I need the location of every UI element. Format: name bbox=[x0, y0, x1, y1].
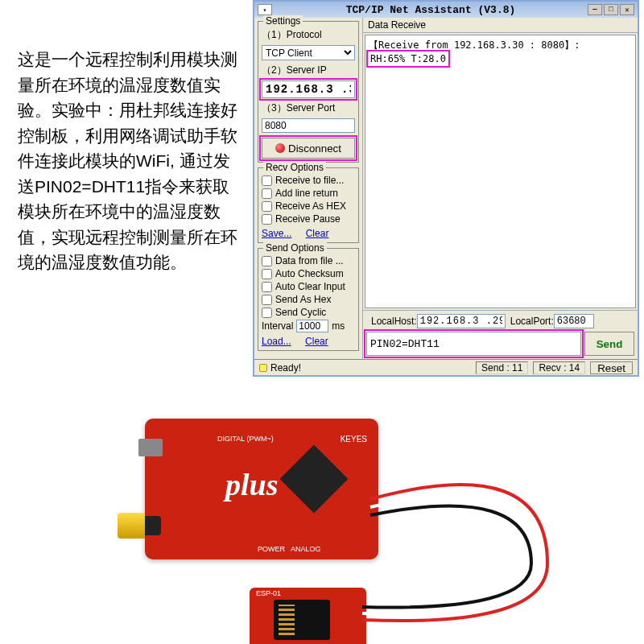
esp01-module: ESP-01 bbox=[250, 588, 366, 644]
description-text: 这是一个远程控制利用模块测量所在环境的温湿度数值实验。实验中：用杜邦线连接好控制… bbox=[18, 47, 243, 275]
server-port-label: （3）Server Port bbox=[262, 101, 355, 115]
server-ip-label: （2）Server IP bbox=[262, 64, 355, 77]
mcu-chip bbox=[280, 445, 349, 514]
ready-label: Ready! bbox=[270, 362, 301, 374]
status-dot-icon bbox=[275, 143, 285, 153]
right-panel: Data Receive 【Receive from 192.168.3.30 … bbox=[363, 18, 638, 359]
hardware-photo: KEYES DIGITAL (PWM~) POWER ANALOG ESP-01 bbox=[0, 402, 644, 644]
server-ip-input[interactable] bbox=[262, 80, 355, 98]
settings-title: Settings bbox=[263, 15, 303, 27]
send-cyclic-checkbox[interactable]: Send Cyclic bbox=[262, 307, 355, 318]
auto-checksum-checkbox[interactable]: Auto Checksum bbox=[262, 268, 355, 279]
minimize-button[interactable]: — bbox=[588, 4, 602, 15]
disconnect-label: Disconnect bbox=[288, 142, 341, 155]
server-port-input[interactable] bbox=[262, 118, 355, 133]
interval-label: Interval bbox=[262, 320, 293, 332]
settings-group: Settings （1）Protocol TCP Client （2）Serve… bbox=[258, 21, 359, 163]
receive-as-hex-checkbox[interactable]: Receive As HEX bbox=[262, 200, 355, 212]
close-button[interactable]: ✕ bbox=[620, 4, 634, 15]
localport-input[interactable] bbox=[554, 314, 594, 328]
interval-unit: ms bbox=[332, 320, 345, 332]
recv-options-title: Recv Options bbox=[263, 162, 326, 173]
status-bar: Ready! Send : 11 Recv : 14 Reset bbox=[254, 359, 638, 375]
send-count: Send : 11 bbox=[476, 361, 528, 374]
send-clear-link[interactable]: Clear bbox=[305, 336, 328, 347]
send-button[interactable]: Send bbox=[584, 332, 634, 356]
protocol-label: （1）Protocol bbox=[262, 28, 355, 42]
titlebar[interactable]: ▾ TCP/IP Net Assistant (V3.8) — □ ✕ bbox=[254, 2, 638, 18]
ready-icon bbox=[259, 364, 267, 372]
recv-data-line: RH:65% T:28.0 bbox=[369, 52, 448, 65]
data-receive-textarea[interactable]: 【Receive from 192.168.3.30 : 8080】: RH:6… bbox=[365, 35, 636, 308]
esp-chip bbox=[274, 600, 330, 640]
recv-clear-link[interactable]: Clear bbox=[306, 228, 329, 239]
recv-count: Recv : 14 bbox=[533, 361, 585, 374]
arduino-board: KEYES DIGITAL (PWM~) POWER ANALOG bbox=[145, 419, 378, 559]
receive-pause-checkbox[interactable]: Receive Pause bbox=[262, 213, 355, 225]
reset-button[interactable]: Reset bbox=[590, 361, 633, 374]
esp-label: ESP-01 bbox=[256, 589, 281, 597]
interval-input[interactable] bbox=[296, 320, 328, 332]
app-icon[interactable]: ▾ bbox=[258, 4, 272, 15]
localhost-input[interactable] bbox=[417, 314, 506, 328]
send-load-link[interactable]: Load... bbox=[262, 336, 291, 347]
recv-options-group: Recv Options Receive to file... Add line… bbox=[258, 167, 359, 243]
window-title: TCP/IP Net Assistant (V3.8) bbox=[275, 4, 586, 16]
esp-antenna bbox=[279, 605, 295, 635]
power-label: POWER ANALOG bbox=[258, 545, 321, 553]
send-options-group: Send Options Data from file ... Auto Che… bbox=[258, 248, 359, 351]
maximize-button[interactable]: □ bbox=[604, 4, 618, 15]
protocol-select[interactable]: TCP Client bbox=[262, 45, 355, 60]
recv-to-file-checkbox[interactable]: Receive to file... bbox=[262, 175, 355, 186]
usb-jack bbox=[138, 439, 163, 456]
digital-label: DIGITAL (PWM~) bbox=[217, 435, 274, 443]
left-panel: Settings （1）Protocol TCP Client （2）Serve… bbox=[254, 18, 363, 359]
keyes-logo: KEYES bbox=[341, 435, 367, 444]
data-receive-header: Data Receive bbox=[363, 18, 638, 33]
recv-save-link[interactable]: Save... bbox=[262, 228, 291, 239]
data-from-file-checkbox[interactable]: Data from file ... bbox=[262, 255, 355, 266]
disconnect-button[interactable]: Disconnect bbox=[262, 138, 355, 159]
auto-clear-input-checkbox[interactable]: Auto Clear Input bbox=[262, 281, 355, 292]
localport-label: LocalPort: bbox=[510, 316, 554, 327]
add-line-return-checkbox[interactable]: Add line return bbox=[262, 188, 355, 199]
send-text-input[interactable] bbox=[366, 332, 581, 356]
power-plug bbox=[118, 513, 145, 539]
localhost-label: LocalHost: bbox=[371, 316, 417, 327]
net-assistant-window: ▾ TCP/IP Net Assistant (V3.8) — □ ✕ Sett… bbox=[253, 0, 639, 377]
recv-source-line: 【Receive from 192.168.3.30 : 8080】: bbox=[369, 39, 632, 52]
send-options-title: Send Options bbox=[263, 242, 327, 254]
send-as-hex-checkbox[interactable]: Send As Hex bbox=[262, 294, 355, 305]
